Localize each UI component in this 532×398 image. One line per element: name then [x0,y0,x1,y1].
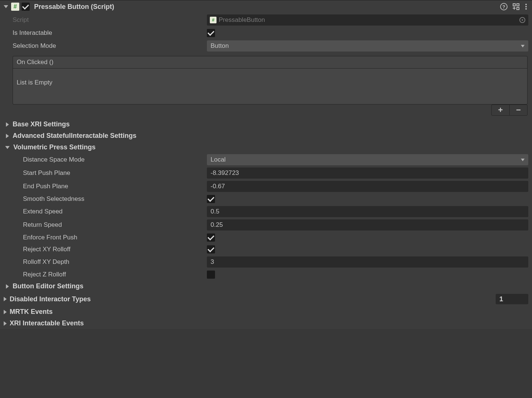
is-interactable-checkbox[interactable] [207,29,215,37]
csharp-mini-icon: # [210,17,217,23]
svg-rect-1 [517,4,519,6]
distance-space-mode-row: Distance Space Mode Local [0,153,532,166]
remove-event-button[interactable]: − [509,105,527,115]
selection-mode-row: Selection Mode Button [0,39,532,53]
component-title: Pressable Button (Script) [34,3,498,11]
svg-rect-2 [517,7,519,10]
foldout-arrow-icon[interactable] [4,5,8,8]
reject-z-rolloff-row: Reject Z Rolloff [0,269,532,281]
advanced-stateful-settings-header[interactable]: Advanced StatefulInteractable Settings [0,130,532,142]
context-menu-icon[interactable] [525,4,527,10]
xri-interactable-events-header[interactable]: XRI Interactable Events [0,318,532,329]
chevron-down-icon [521,159,525,161]
foldout-arrow-icon [4,321,7,326]
extend-speed-input[interactable]: 0.5 [207,206,528,217]
inspector-component: # Pressable Button (Script) ? Script # P… [0,0,532,329]
foldout-arrow-icon [4,310,7,314]
rolloff-xy-depth-input[interactable]: 3 [207,256,528,268]
selection-mode-value: Button [211,42,229,50]
reject-z-rolloff-checkbox[interactable] [207,271,215,279]
selection-mode-dropdown[interactable]: Button [207,40,528,52]
script-object-field[interactable]: # PressableButton [207,14,528,26]
object-picker-icon[interactable] [519,17,525,23]
mrtk-events-header[interactable]: MRTK Events [0,306,532,318]
reject-xy-rolloff-row: Reject XY Rolloff [0,243,532,255]
return-speed-row: Return Speed 0.25 [0,218,532,232]
svg-rect-0 [513,4,515,6]
smooth-selectedness-checkbox[interactable] [207,195,215,203]
foldout-arrow-icon [6,284,9,289]
base-xri-settings-header[interactable]: Base XRI Settings [0,119,532,130]
chevron-down-icon [521,45,525,47]
script-label: Script [13,16,207,24]
event-header: On Clicked () [13,56,527,69]
on-clicked-event-list: On Clicked () List is Empty [13,56,528,105]
button-editor-settings-header[interactable]: Button Editor Settings [0,281,532,292]
start-push-plane-input[interactable]: -8.392723 [207,168,528,179]
help-icon[interactable]: ? [500,3,508,10]
script-value: PressableButton [219,16,517,24]
is-interactable-row: Is Interactable [0,27,532,39]
enforce-front-push-row: Enforce Front Push [0,232,532,243]
component-enabled-checkbox[interactable] [22,3,30,11]
foldout-arrow-icon [4,297,7,301]
csharp-script-icon: # [11,3,19,11]
start-push-plane-row: Start Push Plane -8.392723 [0,166,532,180]
header-icons: ? [500,3,527,10]
disabled-interactor-types-header[interactable]: Disabled Interactor Types 1 [0,292,532,306]
return-speed-input[interactable]: 0.25 [207,219,528,230]
end-push-plane-input[interactable]: -0.67 [207,181,528,192]
distance-space-mode-dropdown[interactable]: Local [207,154,528,165]
preset-icon[interactable] [513,3,520,10]
script-field-row: Script # PressableButton [0,13,532,27]
component-header[interactable]: # Pressable Button (Script) ? [0,0,532,13]
extend-speed-row: Extend Speed 0.5 [0,205,532,218]
selection-mode-label: Selection Mode [13,42,207,50]
event-list-buttons: + − [13,105,528,116]
end-push-plane-row: End Push Plane -0.67 [0,180,532,193]
reject-xy-rolloff-checkbox[interactable] [207,245,215,253]
disabled-interactor-count-input[interactable]: 1 [496,294,528,304]
volumetric-press-settings-header[interactable]: Volumetric Press Settings [0,142,532,153]
smooth-selectedness-row: Smooth Selectedness [0,193,532,205]
foldout-arrow-icon [6,122,9,127]
foldout-arrow-icon [6,134,9,138]
is-interactable-label: Is Interactable [13,29,207,37]
add-event-button[interactable]: + [492,105,509,115]
event-empty-text: List is Empty [13,69,527,104]
enforce-front-push-checkbox[interactable] [207,233,215,242]
rolloff-xy-depth-row: Rolloff XY Depth 3 [0,255,532,269]
foldout-arrow-icon [5,146,10,149]
